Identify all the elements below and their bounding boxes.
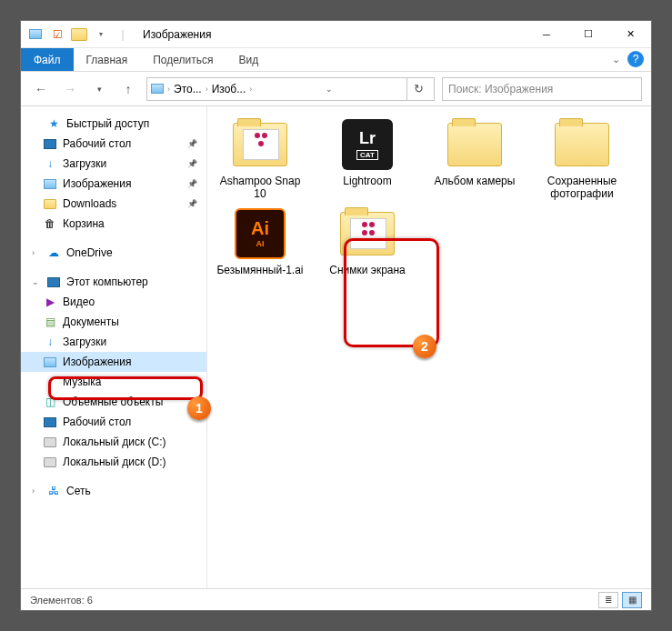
sidebar-label: Сеть (66, 485, 91, 497)
computer-icon (46, 275, 61, 289)
pictures-icon (43, 355, 57, 369)
breadcrumb-folder[interactable]: Изоб... (212, 83, 246, 95)
view-thumbnails-button[interactable]: ▦ (622, 592, 642, 608)
status-bar: Элементов: 6 ≣ ▦ (21, 588, 651, 610)
folder-saved-pictures[interactable]: Сохраненные фотографии (537, 117, 627, 201)
item-label: Lightroom (343, 175, 391, 188)
titlebar: ☑ ▾ | Изображения ─ ☐ ✕ (21, 21, 651, 48)
recycle-icon: 🗑 (43, 216, 57, 231)
pictures-icon (43, 176, 57, 191)
sidebar-downloads-2[interactable]: ↓Загрузки (21, 332, 206, 352)
sidebar-pictures[interactable]: Изображения (21, 174, 206, 194)
view-details-button[interactable]: ≣ (598, 592, 618, 608)
item-label: Альбом камеры (435, 175, 516, 188)
sidebar-label: Быстрый доступ (66, 117, 149, 130)
cloud-icon: ☁ (46, 245, 61, 260)
sidebar-label: Загрузки (63, 336, 106, 348)
navigation-pane: ★ Быстрый доступ Рабочий стол ↓Загрузки … (21, 106, 207, 588)
forward-button[interactable]: → (59, 78, 81, 100)
maximize-button[interactable]: ☐ (567, 21, 609, 48)
document-icon: ▤ (43, 315, 57, 329)
folder-lightroom[interactable]: LrCAT Lightroom (322, 117, 413, 201)
sidebar-label: OneDrive (66, 246, 113, 259)
sidebar-onedrive[interactable]: › ☁ OneDrive (21, 243, 206, 263)
sidebar-downloads-en[interactable]: Downloads (21, 194, 206, 214)
search-input[interactable]: Поиск: Изображения (442, 77, 642, 101)
sidebar-quick-access[interactable]: ★ Быстрый доступ (21, 114, 206, 134)
chevron-right-icon: › (249, 85, 252, 94)
sidebar-recycle[interactable]: 🗑Корзина (21, 214, 206, 234)
lightroom-icon: LrCAT (342, 119, 393, 170)
annotation-badge-1: 1 (187, 396, 211, 420)
recent-dropdown-icon[interactable]: ▾ (88, 78, 110, 100)
checkbox-icon[interactable]: ☑ (48, 25, 66, 44)
breadcrumb-pc[interactable]: Это... (174, 83, 202, 95)
sidebar-desktop[interactable]: Рабочий стол (21, 134, 206, 154)
sidebar-network[interactable]: › 🖧 Сеть (21, 481, 206, 501)
sidebar-label: Видео (63, 295, 95, 308)
tab-home[interactable]: Главная (74, 48, 141, 71)
address-row: ← → ▾ ↑ › Это... › Изоб... › ⌄ ↻ Поиск: … (21, 72, 651, 106)
caret-icon: › (32, 248, 41, 257)
sidebar-label: Документы (63, 316, 119, 328)
window-title: Изображения (137, 28, 526, 41)
item-label: Ashampoo Snap 10 (215, 175, 306, 201)
sidebar-label: Объемные объекты (63, 396, 163, 408)
sidebar-label: Музыка (63, 376, 101, 388)
caret-down-icon: ⌄ (32, 277, 41, 286)
tab-share[interactable]: Поделиться (140, 48, 226, 71)
quick-access-toolbar: ☑ ▾ | (21, 25, 137, 44)
annotation-badge-2: 2 (413, 335, 436, 358)
sidebar-documents[interactable]: ▤Документы (21, 312, 206, 332)
sidebar-label: Рабочий стол (63, 416, 131, 428)
help-icon[interactable]: ? (627, 51, 644, 67)
sidebar-this-pc[interactable]: ⌄ Этот компьютер (21, 272, 206, 292)
folder-camera-roll[interactable]: Альбом камеры (429, 117, 520, 201)
tab-view[interactable]: Вид (226, 48, 271, 71)
file-ai[interactable]: AiAI Безымянный-1.ai (215, 206, 306, 277)
sidebar-disk-d[interactable]: Локальный диск (D:) (21, 452, 206, 472)
ribbon-chevron-icon[interactable]: ⌄ (612, 54, 620, 65)
downloads-icon: ↓ (43, 156, 57, 171)
up-button[interactable]: ↑ (117, 78, 139, 100)
sidebar-pictures-2[interactable]: Изображения (21, 352, 206, 372)
separator: | (114, 25, 132, 44)
folder-ashampoo[interactable]: Ashampoo Snap 10 (215, 117, 306, 201)
ribbon-tabs: Файл Главная Поделиться Вид ⌄ ? (21, 48, 651, 72)
back-button[interactable]: ← (30, 78, 52, 100)
sidebar-label: Загрузки (63, 157, 106, 170)
folder-screenshots[interactable]: Снимки экрана (322, 206, 413, 277)
minimize-button[interactable]: ─ (526, 21, 567, 48)
qat-dropdown-icon[interactable]: ▾ (92, 25, 110, 44)
sidebar-downloads[interactable]: ↓Загрузки (21, 154, 206, 174)
window-controls: ─ ☐ ✕ (526, 21, 651, 48)
item-label: Безымянный-1.ai (216, 265, 303, 277)
body: ★ Быстрый доступ Рабочий стол ↓Загрузки … (21, 106, 651, 588)
sidebar-3d-objects[interactable]: ◫Объемные объекты (21, 392, 206, 412)
close-button[interactable]: ✕ (609, 21, 651, 48)
sidebar-label: Downloads (63, 197, 116, 210)
refresh-button[interactable]: ↻ (406, 77, 430, 101)
sidebar-label: Изображения (63, 177, 131, 190)
sidebar-music[interactable]: ♪Музыка (21, 372, 206, 392)
properties-icon[interactable] (26, 25, 45, 44)
folder-icon (70, 25, 88, 44)
sidebar-label: Изображения (63, 356, 131, 368)
address-dropdown-icon[interactable]: ⌄ (317, 77, 341, 101)
status-count: 6 (87, 595, 93, 606)
downloads-icon: ↓ (43, 335, 57, 349)
cube-icon: ◫ (43, 395, 57, 409)
sidebar-disk-c[interactable]: Локальный диск (C:) (21, 432, 206, 452)
item-label: Сохраненные фотографии (537, 175, 627, 201)
music-icon: ♪ (43, 375, 57, 389)
sidebar-desktop-2[interactable]: Рабочий стол (21, 412, 206, 432)
chevron-right-icon: › (206, 85, 208, 94)
network-icon: 🖧 (46, 484, 61, 498)
sidebar-videos[interactable]: ▶Видео (21, 292, 206, 312)
sidebar-label: Рабочий стол (63, 137, 131, 150)
sidebar-label: Корзина (63, 217, 105, 230)
video-icon: ▶ (43, 295, 57, 309)
address-bar[interactable]: › Это... › Изоб... › ⌄ ↻ (146, 77, 435, 101)
tab-file[interactable]: Файл (21, 48, 74, 71)
sidebar-label: Этот компьютер (66, 275, 148, 288)
